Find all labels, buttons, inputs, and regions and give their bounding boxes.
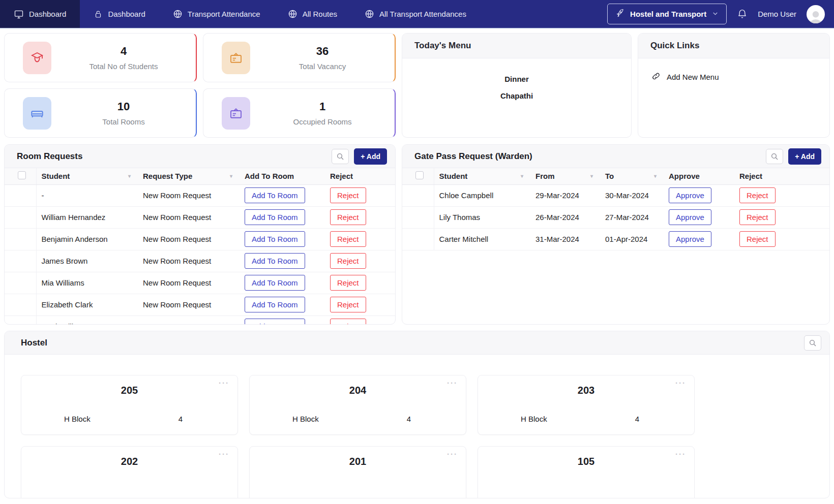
request-type-cell: New Room Request — [138, 316, 240, 325]
add-to-room-button[interactable]: Add To Room — [245, 297, 305, 312]
lock-icon — [94, 10, 103, 19]
approve-button[interactable]: Approve — [669, 231, 711, 247]
bed-icon — [23, 97, 51, 130]
column-header-student[interactable]: Student▾ — [36, 168, 138, 184]
room-card-205: ··· 205 H Block 4 — [21, 375, 238, 435]
request-type-cell: New Room Request — [138, 228, 240, 250]
column-header-student[interactable]: Student▾ — [434, 168, 530, 184]
request-type-cell: New Room Request — [138, 184, 240, 206]
stat-label: Total Vacancy — [250, 62, 395, 71]
select-all-checkbox[interactable] — [415, 171, 424, 179]
todays-menu-title: Today's Menu — [402, 34, 631, 58]
room-requests-add-button[interactable]: + Add — [354, 148, 387, 165]
gate-pass-search-button[interactable] — [766, 149, 783, 164]
room-requests-panel: Room Requests + Add Student▾ Request Typ… — [4, 144, 396, 325]
stat-label: Total Rooms — [51, 117, 196, 126]
reject-button[interactable]: Reject — [330, 297, 366, 312]
room-number: 105 — [478, 456, 694, 467]
stat-content: 10 Total Rooms — [51, 100, 196, 126]
chevron-down-icon — [712, 10, 719, 18]
reject-button[interactable]: Reject — [330, 209, 366, 225]
nav-tab-all-transport-attendances[interactable]: All Transport Attendances — [351, 0, 480, 28]
reject-button[interactable]: Reject — [330, 231, 366, 247]
request-type-cell: New Room Request — [138, 206, 240, 228]
column-header-from[interactable]: From▾ — [530, 168, 600, 184]
sort-caret-icon: ▾ — [128, 173, 133, 179]
approve-button[interactable]: Approve — [669, 209, 711, 225]
reject-button[interactable]: Reject — [330, 253, 366, 269]
from-cell: 31-Mar-2024 — [530, 228, 600, 250]
nav-tab-transport-attendance[interactable]: Transport Attendance — [159, 0, 274, 28]
stat-card-total-rooms: 10 Total Rooms — [4, 88, 197, 138]
reject-button[interactable]: Reject — [330, 275, 366, 291]
room-requests-search-button[interactable] — [332, 149, 349, 164]
column-header-approve: Approve — [664, 168, 734, 184]
nav-tab-dashboard-transport[interactable]: Dashboard — [80, 0, 159, 28]
add-to-room-button[interactable]: Add To Room — [245, 209, 305, 225]
monitor-icon — [14, 9, 24, 19]
select-all-checkbox[interactable] — [18, 171, 26, 179]
module-select-dropdown[interactable]: Hostel and Transport — [607, 4, 727, 24]
add-to-room-button[interactable]: Add To Room — [245, 275, 305, 291]
request-type-cell: New Room Request — [138, 294, 240, 316]
room-card-202: ··· 202 — [21, 446, 238, 498]
room-card-105: ··· 105 — [478, 446, 695, 498]
reject-button[interactable]: Reject — [739, 209, 776, 225]
gate-pass-add-button[interactable]: + Add — [788, 148, 821, 165]
nav-tab-dashboard-hostel[interactable]: Dashboard — [0, 0, 80, 28]
room-capacity: 4 — [635, 415, 639, 423]
nav-tab-label: Dashboard — [108, 10, 145, 18]
request-type-cell: New Room Request — [138, 250, 240, 272]
reject-button[interactable]: Reject — [739, 231, 776, 247]
column-header-to[interactable]: To▾ — [600, 168, 664, 184]
room-requests-title: Room Requests — [17, 151, 332, 162]
reject-button[interactable]: Reject — [330, 187, 366, 203]
stat-value: 10 — [51, 100, 196, 113]
add-to-room-button[interactable]: Add To Room — [245, 319, 305, 325]
kebab-menu-icon[interactable]: ··· — [447, 450, 458, 458]
reject-button[interactable]: Reject — [739, 187, 776, 203]
add-to-room-button[interactable]: Add To Room — [245, 187, 305, 203]
certificate-icon — [222, 42, 250, 74]
sort-caret-icon: ▾ — [590, 173, 595, 179]
nav-tab-all-routes[interactable]: All Routes — [274, 0, 351, 28]
hostel-title: Hostel — [21, 338, 804, 348]
gate-pass-title: Gate Pass Request (Warden) — [414, 151, 766, 162]
stat-value: 36 — [250, 45, 395, 58]
kebab-menu-icon[interactable]: ··· — [447, 379, 458, 387]
notifications-bell-icon[interactable] — [737, 9, 748, 19]
add-to-room-button[interactable]: Add To Room — [245, 253, 305, 269]
stat-label: Occupied Rooms — [250, 117, 395, 126]
kebab-menu-icon[interactable]: ··· — [675, 379, 686, 387]
reject-button[interactable]: Reject — [330, 319, 366, 325]
room-block: H Block — [292, 415, 319, 423]
student-cell: James Brown — [36, 250, 138, 272]
room-block: H Block — [521, 415, 547, 423]
approve-button[interactable]: Approve — [669, 187, 711, 203]
quick-link-add-new-menu[interactable]: Add New Menu — [651, 72, 816, 82]
nav-tab-label: Dashboard — [29, 10, 66, 18]
kebab-menu-icon[interactable]: ··· — [675, 450, 686, 458]
todays-menu-body: Dinner Chapathi — [402, 58, 631, 100]
kebab-menu-icon[interactable]: ··· — [219, 450, 229, 458]
table-row: William Hernandez New Room Request Add T… — [5, 206, 395, 228]
stat-content: 4 Total No of Students — [51, 45, 196, 71]
column-header-reject: Reject — [325, 168, 395, 184]
table-row: - New Room Request Add To Room Reject — [5, 184, 395, 206]
menu-meal: Dinner — [402, 75, 631, 83]
column-header-request-type[interactable]: Request Type▾ — [138, 168, 240, 184]
quick-link-label: Add New Menu — [667, 73, 719, 81]
kebab-menu-icon[interactable]: ··· — [219, 379, 229, 387]
menu-item: Chapathi — [402, 91, 631, 100]
room-number: 203 — [478, 385, 694, 396]
stat-label: Total No of Students — [51, 62, 196, 71]
avatar[interactable] — [807, 5, 825, 23]
add-to-room-button[interactable]: Add To Room — [245, 231, 305, 247]
student-cell: Lily Thomas — [434, 206, 530, 228]
hostel-panel: Hostel ··· 205 H Block 4 ··· 204 H Block… — [4, 331, 830, 498]
hostel-search-button[interactable] — [804, 335, 821, 351]
rocket-icon — [615, 9, 624, 19]
room-capacity: 4 — [407, 415, 411, 423]
table-row: Lily Thomas 26-Mar-2024 27-Mar-2024 Appr… — [402, 206, 829, 228]
module-select-label: Hostel and Transport — [630, 10, 706, 18]
